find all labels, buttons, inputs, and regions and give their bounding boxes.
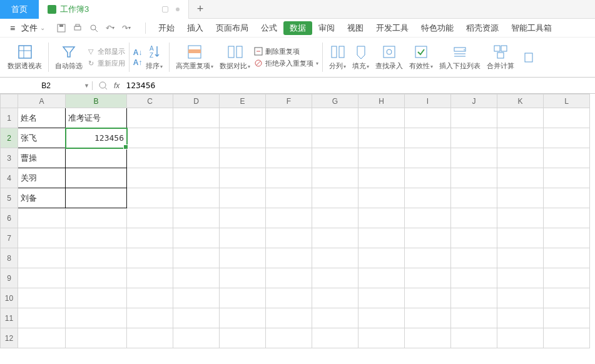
- cell-J10[interactable]: [451, 288, 497, 308]
- remove-duplicates-button[interactable]: 删除重复项: [254, 47, 318, 56]
- cell-D6[interactable]: [173, 208, 220, 228]
- row-header-8[interactable]: 8: [1, 248, 18, 268]
- cell-L1[interactable]: [544, 108, 590, 128]
- row-header-10[interactable]: 10: [1, 288, 18, 308]
- cell-J5[interactable]: [451, 188, 497, 208]
- menu-开始[interactable]: 开始: [152, 23, 181, 34]
- cell-K10[interactable]: [497, 288, 544, 308]
- cell-C11[interactable]: [127, 308, 173, 328]
- row-header-1[interactable]: 1: [1, 108, 18, 128]
- cell-J7[interactable]: [451, 228, 497, 248]
- cell-H2[interactable]: [359, 128, 405, 148]
- tab-workbook[interactable]: 工作簿3: [39, 0, 189, 19]
- cell-A9[interactable]: [18, 268, 66, 288]
- cell-J2[interactable]: [451, 128, 497, 148]
- cell-A1[interactable]: 姓名: [18, 108, 66, 128]
- cell-B1[interactable]: 准考证号: [66, 108, 127, 128]
- cell-L3[interactable]: [544, 148, 590, 168]
- cell-D11[interactable]: [173, 308, 220, 328]
- cell-K9[interactable]: [497, 268, 544, 288]
- file-menu[interactable]: 文件 ⌄: [5, 23, 50, 34]
- cell-B10[interactable]: [66, 288, 127, 308]
- cell-I10[interactable]: [405, 288, 451, 308]
- cell-A5[interactable]: 刘备: [18, 188, 66, 208]
- fill-button[interactable]: 填充▾: [350, 40, 372, 74]
- col-header-C[interactable]: C: [127, 94, 173, 108]
- row-header-12[interactable]: 12: [1, 328, 18, 348]
- tab-close-icon[interactable]: [162, 6, 168, 13]
- cell-K12[interactable]: [497, 328, 544, 348]
- cell-D8[interactable]: [173, 248, 220, 268]
- cell-I12[interactable]: [405, 328, 451, 348]
- cell-L6[interactable]: [544, 208, 590, 228]
- name-box[interactable]: ▼: [0, 81, 93, 90]
- text-to-columns-button[interactable]: 分列▾: [327, 40, 348, 74]
- cell-K4[interactable]: [497, 168, 544, 188]
- cell-A8[interactable]: [18, 248, 66, 268]
- cell-G6[interactable]: [312, 208, 359, 228]
- cell-A2[interactable]: 张飞: [18, 128, 66, 148]
- menu-数据[interactable]: 数据: [283, 21, 312, 35]
- cell-I2[interactable]: [405, 128, 451, 148]
- cell-D10[interactable]: [173, 288, 220, 308]
- cell-F3[interactable]: [266, 148, 312, 168]
- insert-dropdown-button[interactable]: 插入下拉列表: [437, 40, 483, 74]
- cell-F8[interactable]: [266, 248, 312, 268]
- cell-J6[interactable]: [451, 208, 497, 228]
- col-header-J[interactable]: J: [451, 94, 497, 108]
- cell-D9[interactable]: [173, 268, 220, 288]
- cell-B9[interactable]: [66, 268, 127, 288]
- select-all-corner[interactable]: [1, 94, 18, 108]
- menu-稻壳资源[interactable]: 稻壳资源: [460, 23, 505, 34]
- menu-视图[interactable]: 视图: [341, 23, 370, 34]
- cell-E11[interactable]: [220, 308, 266, 328]
- cell-D2[interactable]: [173, 128, 220, 148]
- cell-I5[interactable]: [405, 188, 451, 208]
- cell-E10[interactable]: [220, 288, 266, 308]
- tab-home[interactable]: 首页: [0, 0, 39, 19]
- cell-E8[interactable]: [220, 248, 266, 268]
- cell-J11[interactable]: [451, 308, 497, 328]
- cell-L10[interactable]: [544, 288, 590, 308]
- cell-A10[interactable]: [18, 288, 66, 308]
- fx-icon[interactable]: fx: [114, 81, 120, 90]
- cell-E5[interactable]: [220, 188, 266, 208]
- cell-K2[interactable]: [497, 128, 544, 148]
- cell-D7[interactable]: [173, 228, 220, 248]
- col-header-A[interactable]: A: [18, 94, 66, 108]
- cell-K8[interactable]: [497, 248, 544, 268]
- row-header-4[interactable]: 4: [1, 168, 18, 188]
- cell-B4[interactable]: [66, 168, 127, 188]
- cell-A6[interactable]: [18, 208, 66, 228]
- cell-E6[interactable]: [220, 208, 266, 228]
- col-header-I[interactable]: I: [405, 94, 451, 108]
- cell-A3[interactable]: 曹操: [18, 148, 66, 168]
- col-header-L[interactable]: L: [544, 94, 590, 108]
- cell-C7[interactable]: [127, 228, 173, 248]
- cell-J3[interactable]: [451, 148, 497, 168]
- cell-D12[interactable]: [173, 328, 220, 348]
- cell-G3[interactable]: [312, 148, 359, 168]
- cell-F7[interactable]: [266, 228, 312, 248]
- cell-H4[interactable]: [359, 168, 405, 188]
- cell-L8[interactable]: [544, 248, 590, 268]
- pivot-table-button[interactable]: 数据透视表: [5, 40, 44, 74]
- col-header-K[interactable]: K: [497, 94, 544, 108]
- cell-G1[interactable]: [312, 108, 359, 128]
- cell-E2[interactable]: [220, 128, 266, 148]
- cell-B12[interactable]: [66, 328, 127, 348]
- cell-D3[interactable]: [173, 148, 220, 168]
- cell-I11[interactable]: [405, 308, 451, 328]
- cell-L4[interactable]: [544, 168, 590, 188]
- col-header-E[interactable]: E: [220, 94, 266, 108]
- cell-L2[interactable]: [544, 128, 590, 148]
- cell-E12[interactable]: [220, 328, 266, 348]
- cell-C4[interactable]: [127, 168, 173, 188]
- cell-F1[interactable]: [266, 108, 312, 128]
- cell-G10[interactable]: [312, 288, 359, 308]
- cell-B3[interactable]: [66, 148, 127, 168]
- cell-H11[interactable]: [359, 308, 405, 328]
- menu-插入[interactable]: 插入: [181, 23, 210, 34]
- cancel-formula-icon[interactable]: [99, 81, 108, 90]
- sort-asc-icon[interactable]: A↓: [133, 48, 142, 57]
